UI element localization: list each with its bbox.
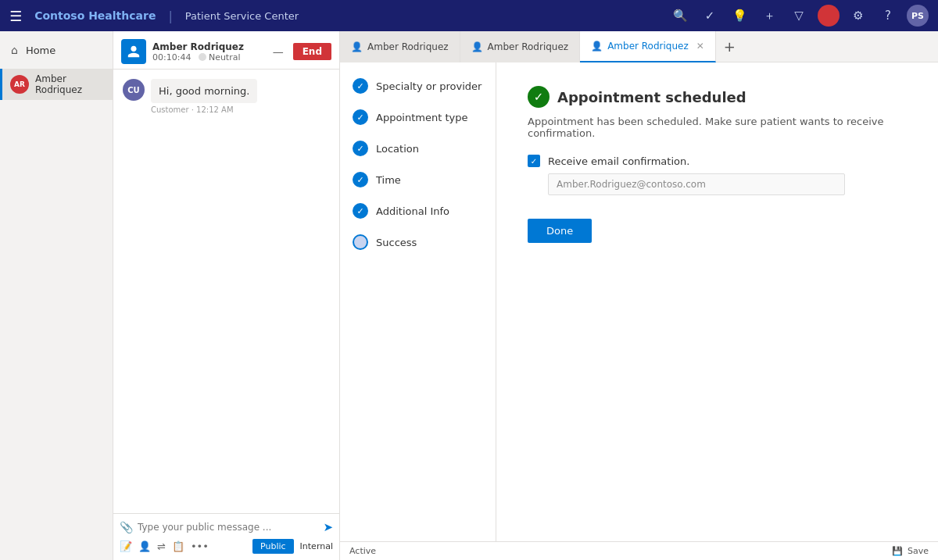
email-input[interactable] bbox=[548, 173, 845, 195]
hamburger-menu[interactable]: ☰ bbox=[9, 8, 22, 24]
sidebar-item-home-label: Home bbox=[26, 45, 55, 56]
appointment-panel: ✓ Appointment scheduled Appointment has … bbox=[496, 62, 938, 541]
attach-button[interactable]: 📎 bbox=[120, 521, 133, 533]
active-user-name: Amber Rodriquez bbox=[35, 73, 105, 95]
sidebar: ⌂ Home AR Amber Rodriquez bbox=[0, 31, 113, 560]
tabs-bar: 👤 Amber Rodriquez 👤 Amber Rodriquez 👤 Am… bbox=[340, 31, 938, 62]
sentiment-dot-icon bbox=[199, 53, 206, 61]
wizard-panel: ✓ Specialty or provider ✓ Appointment ty… bbox=[340, 62, 496, 541]
public-button[interactable]: Public bbox=[252, 539, 294, 554]
checkmark-icon: ✓ bbox=[531, 157, 537, 166]
chat-user-name: Amber Rodriquez bbox=[152, 41, 267, 52]
wizard-step-success[interactable]: Success bbox=[353, 234, 483, 250]
step-success-label: Success bbox=[376, 237, 417, 248]
chat-input-area: 📎 ➤ 📝 👤 ⇌ 📋 ••• Public Internal bbox=[113, 513, 339, 560]
chat-user-info: Amber Rodriquez 00:10:44 Neutral bbox=[152, 41, 267, 62]
step-additional-info-icon: ✓ bbox=[353, 203, 368, 219]
chat-toolbar-user-button[interactable]: 👤 bbox=[138, 540, 151, 552]
sub-brand-name: Patient Service Center bbox=[185, 10, 299, 22]
success-checkmark-icon: ✓ bbox=[528, 86, 550, 108]
message-content: Hi, good morning. Customer · 12:12 AM bbox=[151, 79, 257, 114]
save-label[interactable]: Save bbox=[908, 546, 929, 556]
chat-avatar bbox=[121, 39, 146, 64]
person-icon bbox=[127, 45, 141, 59]
tab-amber-1[interactable]: 👤 Amber Rodriquez bbox=[340, 31, 460, 62]
tab-amber-2[interactable]: 👤 Amber Rodriquez bbox=[460, 31, 581, 62]
done-button[interactable]: Done bbox=[528, 219, 592, 243]
help-icon[interactable]: ? bbox=[877, 5, 899, 27]
chat-panel: Amber Rodriquez 00:10:44 Neutral — End C… bbox=[113, 31, 340, 560]
send-button[interactable]: ➤ bbox=[323, 520, 333, 534]
top-nav-bar: ☰ Contoso Healthcare | Patient Service C… bbox=[0, 0, 938, 31]
step-location-label: Location bbox=[376, 143, 419, 155]
home-icon: ⌂ bbox=[11, 44, 18, 56]
customer-avatar: CU bbox=[123, 79, 145, 101]
wizard-step-time[interactable]: ✓ Time bbox=[353, 172, 483, 187]
step-appt-type-icon: ✓ bbox=[353, 109, 368, 125]
appt-title-row: ✓ Appointment scheduled bbox=[528, 86, 907, 108]
tab-label-1: Amber Rodriquez bbox=[367, 41, 449, 52]
main-content: 👤 Amber Rodriquez 👤 Amber Rodriquez 👤 Am… bbox=[340, 31, 938, 560]
brand-name: Contoso Healthcare bbox=[34, 9, 156, 22]
tab-label-3: Amber Rodriquez bbox=[607, 41, 689, 52]
chat-toolbar: 📝 👤 ⇌ 📋 ••• Public Internal bbox=[120, 539, 333, 554]
step-time-label: Time bbox=[376, 174, 401, 186]
sidebar-item-home[interactable]: ⌂ Home bbox=[0, 37, 113, 62]
tab-add-button[interactable]: + bbox=[716, 38, 743, 55]
chat-toolbar-more-button[interactable]: ••• bbox=[191, 540, 209, 552]
settings-icon[interactable]: ⚙ bbox=[847, 5, 869, 27]
tab-close-button[interactable]: ✕ bbox=[696, 41, 704, 52]
step-location-icon: ✓ bbox=[353, 141, 368, 156]
chat-input-row: 📎 ➤ bbox=[120, 520, 333, 534]
lightbulb-icon[interactable]: 💡 bbox=[729, 5, 750, 27]
tab-person-icon-1: 👤 bbox=[351, 41, 363, 52]
search-icon[interactable]: 🔍 bbox=[669, 5, 691, 27]
step-time-icon: ✓ bbox=[353, 172, 368, 187]
notification-badge[interactable] bbox=[818, 5, 840, 27]
message-item: CU Hi, good morning. Customer · 12:12 AM bbox=[123, 79, 330, 114]
filter-icon[interactable]: ▽ bbox=[788, 5, 810, 27]
minimize-button[interactable]: — bbox=[273, 45, 284, 58]
wizard-step-appt-type[interactable]: ✓ Appointment type bbox=[353, 109, 483, 125]
step-appt-type-label: Appointment type bbox=[376, 112, 467, 123]
chat-messages: CU Hi, good morning. Customer · 12:12 AM bbox=[113, 70, 339, 513]
sidebar-nav: ⌂ Home bbox=[0, 31, 113, 69]
status-label: Active bbox=[349, 546, 376, 556]
appt-title: Appointment scheduled bbox=[557, 89, 746, 105]
user-avatar[interactable]: PS bbox=[907, 5, 929, 27]
end-call-button[interactable]: End bbox=[293, 43, 331, 60]
status-bar: Active 💾 Save bbox=[340, 541, 938, 560]
chat-toolbar-consult-button[interactable]: 📋 bbox=[172, 540, 184, 552]
internal-button[interactable]: Internal bbox=[300, 541, 333, 551]
sidebar-active-user[interactable]: AR Amber Rodriquez bbox=[0, 69, 113, 100]
tab-person-icon-3: 👤 bbox=[591, 41, 603, 52]
message-text: Hi, good morning. bbox=[151, 79, 257, 103]
email-confirmation-checkbox[interactable]: ✓ bbox=[528, 155, 540, 167]
check-icon[interactable]: ✓ bbox=[699, 5, 721, 27]
email-confirmation-row: ✓ Receive email confirmation. bbox=[528, 155, 907, 167]
timer-label: 00:10:44 bbox=[152, 52, 191, 62]
sentiment-label: Neutral bbox=[209, 52, 241, 62]
status-bar-right: 💾 Save bbox=[892, 546, 929, 556]
add-icon[interactable]: ＋ bbox=[758, 5, 780, 27]
wizard-step-specialty[interactable]: ✓ Specialty or provider bbox=[353, 78, 483, 94]
main-layout: ⌂ Home AR Amber Rodriquez Amber Rodrique… bbox=[0, 31, 938, 560]
nav-divider: | bbox=[168, 9, 172, 23]
tab-amber-3[interactable]: 👤 Amber Rodriquez ✕ bbox=[580, 31, 716, 62]
chat-toolbar-notes-button[interactable]: 📝 bbox=[120, 540, 132, 552]
step-specialty-label: Specialty or provider bbox=[376, 80, 482, 92]
chat-header: Amber Rodriquez 00:10:44 Neutral — End bbox=[113, 31, 339, 70]
wizard-step-location[interactable]: ✓ Location bbox=[353, 141, 483, 156]
tab-person-icon-2: 👤 bbox=[471, 41, 483, 52]
tab-label-2: Amber Rodriquez bbox=[488, 41, 569, 52]
step-additional-info-label: Additional Info bbox=[376, 205, 449, 217]
chat-toolbar-transfer-button[interactable]: ⇌ bbox=[157, 540, 166, 552]
step-specialty-icon: ✓ bbox=[353, 78, 368, 94]
save-icon: 💾 bbox=[892, 546, 903, 556]
chat-input[interactable] bbox=[138, 522, 318, 533]
wizard-step-additional-info[interactable]: ✓ Additional Info bbox=[353, 203, 483, 219]
content-panels: ✓ Specialty or provider ✓ Appointment ty… bbox=[340, 62, 938, 541]
active-user-avatar: AR bbox=[10, 75, 29, 94]
message-meta: Customer · 12:12 AM bbox=[151, 105, 257, 114]
appt-description: Appointment has been scheduled. Make sur… bbox=[528, 116, 907, 139]
